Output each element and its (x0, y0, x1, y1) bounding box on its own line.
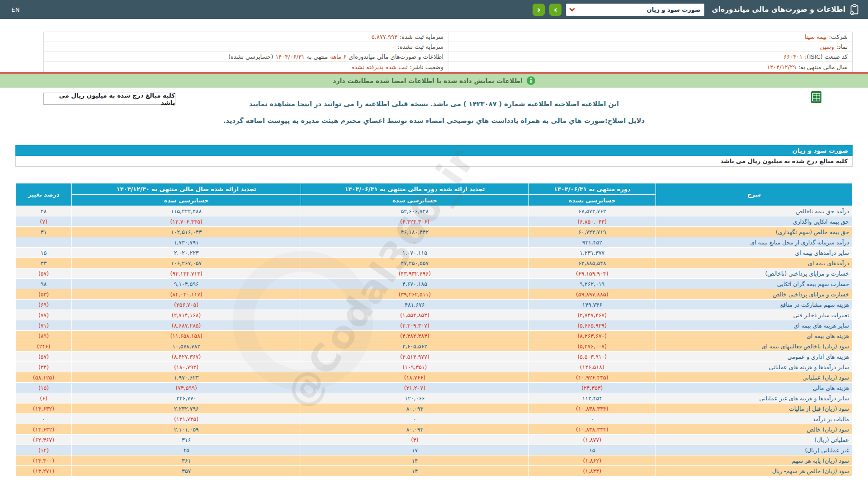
value-current-period: (۱,۸۶۲) (528, 455, 656, 466)
value-restated-period: (۴۳,۹۳۲,۶۹۶) (301, 268, 528, 279)
row-label: سود (زیان) قبل از مالیات (656, 404, 853, 414)
value-current-period: (۶,۸۵۰,۰۴۳) (528, 216, 656, 227)
row-label: غیر عملیاتی (ریال) (656, 445, 853, 455)
signed-match-alert: اطلاعات نمایش داده شده با اطلاعات امضا ش… (0, 74, 868, 88)
header-restated-year: تجدید ارائه شده سال مالی منتهی به ۱۴۰۳/۱… (72, 183, 301, 195)
unregistered-capital-value: ۰ (392, 43, 396, 50)
value-restated-year: ۱۰,۵۷۸,۷۸۲ (72, 341, 301, 352)
row-label: سود (زیان) ناخالص فعالیتهای بیمه ای (656, 341, 853, 352)
row-label: تغییرات سایر ذخایر فنی (656, 310, 853, 320)
value-restated-period: (۱۰۹,۳۵۱) (301, 362, 528, 372)
table-row: خسارت و مزایای پرداختی خالص(۵۹,۸۹۷,۸۸۵)(… (16, 289, 853, 300)
value-current-period: (۶۹,۱۵۹,۹۰۴) (528, 268, 656, 279)
value-change-percent: (۷) (16, 216, 72, 227)
row-label: حق بیمه خالص (سهم نگهداری) (656, 227, 853, 237)
value-restated-period: ۱,۰۷۰,۱۱۵ (301, 248, 528, 258)
prev-statement-button[interactable]: ‹ (533, 4, 545, 16)
value-change-percent: (۱۵) (16, 383, 72, 393)
table-row: سود (زیان) پایه هر سهم(۱,۸۶۲)۱۴۳۶۱(۱۳,۴۰… (16, 455, 853, 466)
row-label: سود (زیان) خالص هر سهم- ریال (656, 466, 853, 476)
value-restated-year: (۷۴,۵۹۹) (72, 383, 301, 393)
table-row: عملیاتی (ریال)(۱,۸۷۷)(۳)۳۱۶(۶۲,۴۶۷) (16, 435, 853, 445)
previous-version-link[interactable]: اینجا (297, 100, 312, 108)
value-current-period: (۵,۲۷۶,۰۰۷) (528, 341, 656, 352)
value-current-period: (۸,۲۶۳,۶۷۰) (528, 331, 656, 341)
header-change-percent: درصد تغییر (16, 183, 72, 206)
registered-capital-row: سرمایه ثبت شده: ۵,۸۷۷,۹۹۳ (44, 32, 448, 42)
clipboard-icon (850, 4, 859, 15)
amendment-text-b: مشاهده نمایید (249, 100, 295, 108)
row-label: سایر درآمدها و هزینه های عملیاتی (656, 362, 853, 372)
value-restated-year: ۱,۷۳۰,۷۹۱ (72, 237, 301, 248)
next-statement-button[interactable]: › (549, 4, 561, 16)
value-current-period: (۱۰,۸۳۸,۳۳۴) (528, 404, 656, 414)
value-restated-year: (۱۱,۶۵۸,۱۵۸) (72, 331, 301, 341)
header-restated-year-audit: حسابرسی شده (72, 195, 301, 206)
ticker-value: وسین (820, 43, 834, 50)
table-row: غیر عملیاتی (ریال)۱۵۱۷۴۵(۱۲) (16, 445, 853, 455)
value-restated-year: (۸۴,۰۳۰,۱۱۷) (72, 289, 301, 300)
value-restated-period: ۳,۶۰۵,۵۶۲ (301, 341, 528, 352)
ticker-row: نماد: وسین (448, 42, 852, 52)
value-restated-period: (۴,۳۸۲,۴۸۴) (301, 331, 528, 341)
income-statement-table: شرح دوره منتهی به ۱۴۰۴/۰۶/۳۱ تجدید ارائه… (15, 183, 853, 476)
value-restated-period: ۵۲,۶۰۶,۷۴۸ (301, 206, 528, 216)
table-row: خسارت و مزایای پرداختی (ناخالص)(۶۹,۱۵۹,۹… (16, 268, 853, 279)
table-row: درآمد سرمایه گذاری از محل منابع بیمه ای۹… (16, 237, 853, 248)
row-label: سود (زیان) پایه هر سهم (656, 455, 853, 466)
company-name-row: شرکت: بیمه سینا (448, 32, 852, 42)
english-language-link[interactable]: EN (11, 6, 20, 13)
unregistered-capital-row: سرمایه ثبت نشده: ۰ (44, 42, 448, 52)
value-restated-period: ۰ (301, 414, 528, 424)
table-row: هزینه سهم مشارکت در منافع۱۴۹,۷۳۶۴۸۱,۶۷۶(… (16, 300, 853, 310)
row-label: سایر هزینه های بیمه ای (656, 320, 853, 331)
table-row: سود (زیان) عملیاتی(۱۰,۹۲۶,۴۳۵)(۱۸,۷۶۶)۱,… (16, 372, 853, 383)
amendment-text-a: این اطلاعیه اصلاحیه اطلاعیه شماره ( ۱۴۲۳… (314, 100, 619, 108)
value-change-percent: (۲۴۶) (16, 341, 72, 352)
statement-select[interactable]: صورت سود و زیان (566, 4, 704, 16)
value-current-period: (۱۰,۹۲۶,۴۳۵) (528, 372, 656, 383)
value-restated-year: ۱,۹۷۰,۶۲۳ (72, 372, 301, 383)
value-restated-period: (۱,۵۵۴,۸۵۳) (301, 310, 528, 320)
header-restated-period-audit: حسابرسی شده (301, 195, 528, 206)
value-current-period: ۰ (528, 414, 656, 424)
header-current-period: دوره منتهی به ۱۴۰۴/۰۶/۳۱ (528, 183, 656, 195)
publisher-status-label: وضعیت ناشر: (410, 64, 443, 70)
value-change-percent: (۶) (16, 393, 72, 404)
value-restated-year: (۱۳۱,۷۳۵) (72, 414, 301, 424)
row-label: خسارت سهم بیمه گران اتکایی (656, 279, 853, 289)
value-change-percent: ۳۱ (16, 227, 72, 237)
value-current-period: ۹۳۱,۴۵۲ (528, 237, 656, 248)
row-label: سایر درآمدهای بیمه ای (656, 248, 853, 258)
value-change-percent: (۱۳,۲۷۱) (16, 466, 72, 476)
publisher-status-row: وضعیت ناشر: ثبت شده پذیرفته نشده (44, 62, 448, 72)
company-name-value: بیمه سینا (805, 33, 827, 40)
value-change-percent: ۹۸ (16, 279, 72, 289)
row-label: هزینه های مالی (656, 383, 853, 393)
row-label: سایر درآمدها و هزینه های غیر عملیاتی (656, 393, 853, 404)
signed-match-text: اطلاعات نمایش داده شده با اطلاعات امضا ش… (333, 77, 522, 84)
value-restated-period: ۴,۶۷۰,۱۸۵ (301, 279, 528, 289)
value-current-period: ۶۲,۸۸۵,۵۴۸ (528, 258, 656, 268)
info-icon (527, 76, 535, 85)
value-change-percent: ۰ (16, 414, 72, 424)
value-current-period: (۱۰,۸۳۸,۳۳۴) (528, 424, 656, 435)
value-change-percent: (۷۱) (16, 320, 72, 331)
value-change-percent: (۵۸,۱۲۵) (16, 372, 72, 383)
value-current-period: ۱۱۲,۴۵۴ (528, 393, 656, 404)
value-restated-year: (۱۸۰,۷۹۲) (72, 362, 301, 372)
header-current-period-audit: حسابرسی نشده (528, 195, 656, 206)
value-restated-year: ۱۰۶,۲۶۷,۰۵۷ (72, 258, 301, 268)
value-current-period: (۱,۸۴۴) (528, 466, 656, 476)
value-change-percent: (۵۷) (16, 268, 72, 279)
value-change-percent: ۳۳ (16, 258, 72, 268)
table-row: سایر درآمدها و هزینه های عملیاتی(۱۴۶,۵۱۸… (16, 362, 853, 372)
period-text-1: اطلاعات و صورت‌های مالی میاندوره‌ای (349, 53, 443, 60)
company-info-section: شرکت: بیمه سینا سرمایه ثبت شده: ۵,۸۷۷,۹۹… (43, 32, 853, 72)
value-restated-year: (۲,۷۱۴,۱۶۸) (72, 310, 301, 320)
amendment-notice: این اطلاعیه اصلاحیه اطلاعیه شماره ( ۱۴۲۳… (0, 100, 868, 108)
table-row: درآمد حق بیمه ناخالص۶۷,۵۷۲,۷۶۲۵۲,۶۰۶,۷۴۸… (16, 206, 853, 216)
table-row: سایر هزینه های بیمه ای(۵,۶۶۵,۹۳۹)(۳,۳۰۹,… (16, 320, 853, 331)
table-row: سود (زیان) قبل از مالیات(۱۰,۸۳۸,۳۳۴)۸۰,۰… (16, 404, 853, 414)
value-current-period: (۱,۸۷۷) (528, 435, 656, 445)
